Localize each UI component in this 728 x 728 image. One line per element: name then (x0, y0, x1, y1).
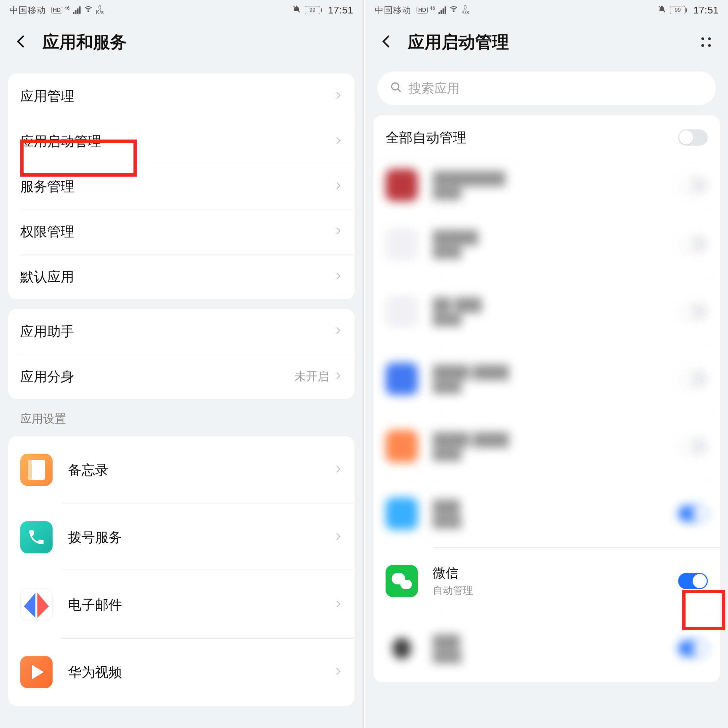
battery-icon: 99 (670, 6, 687, 14)
chevron-right-icon (334, 372, 343, 382)
app-icon (385, 169, 418, 201)
row-label: 权限管理 (20, 222, 74, 241)
row-app-management[interactable]: 应用管理 (8, 73, 355, 119)
app-icon (385, 362, 418, 395)
app-row-blurred[interactable]: ████████████ (373, 160, 720, 210)
app-row-blurred[interactable]: ████ ████████ (373, 413, 720, 480)
toggle-wechat[interactable] (678, 573, 708, 589)
row-label: 应用分身 (20, 367, 74, 386)
network-type: 46 (64, 5, 70, 11)
app-row-blurred[interactable]: ███████ (373, 480, 720, 548)
mute-icon (657, 5, 667, 16)
row-app-launch-management[interactable]: 应用启动管理 (8, 119, 355, 164)
network-type: 46 (430, 5, 435, 11)
toggle[interactable] (678, 371, 708, 387)
row-label: 华为视频 (68, 663, 122, 682)
app-sub: ████ (433, 382, 509, 393)
chevron-right-icon (334, 272, 343, 282)
chevron-right-icon (334, 465, 343, 475)
net-speed: 0 K/s (461, 5, 469, 15)
app-row-blurred[interactable]: ███████ (373, 615, 720, 682)
status-bar: 中国移动 HD 46 0 K/s 99 17:51 (0, 0, 362, 20)
back-button[interactable] (379, 34, 394, 50)
back-button[interactable] (14, 34, 29, 50)
mail-icon (20, 589, 53, 621)
wechat-icon (385, 565, 418, 597)
phone-left: 中国移动 HD 46 0 K/s 99 17:51 (0, 0, 362, 728)
clock: 17:51 (693, 5, 719, 16)
chevron-right-icon (334, 226, 343, 237)
search-placeholder: 搜索应用 (408, 80, 460, 97)
signal-icon (73, 6, 81, 14)
app-name: █████ (433, 230, 478, 245)
page-title: 应用和服务 (43, 31, 127, 54)
app-name: ███ (433, 635, 461, 649)
screen-divider (362, 0, 364, 728)
page-header: 应用和服务 (0, 20, 362, 64)
row-label: 备忘录 (68, 461, 109, 479)
app-row-wechat[interactable]: 微信 自动管理 (373, 548, 720, 615)
row-label: 拨号服务 (68, 528, 122, 547)
row-all-auto-manage: 全部自动管理 (373, 115, 720, 160)
app-row-blurred[interactable]: ██ ███████ (373, 278, 720, 345)
row-label: 应用管理 (20, 87, 74, 106)
app-settings-list: 备忘录 拨号服务 电子邮件 华为视频 (8, 436, 355, 706)
svg-point-2 (392, 83, 399, 90)
app-icon (385, 295, 418, 327)
row-app-assistant[interactable]: 应用助手 (8, 309, 355, 354)
app-row-email[interactable]: 电子邮件 (8, 571, 355, 638)
video-icon (20, 656, 53, 688)
app-row-huawei-video[interactable]: 华为视频 (8, 638, 355, 706)
mute-icon (292, 5, 301, 16)
settings-group-1: 应用管理 应用启动管理 服务管理 权限管理 默认应用 (8, 73, 355, 299)
toggle[interactable] (678, 236, 708, 252)
svg-point-1 (453, 11, 454, 11)
memo-icon (20, 454, 53, 486)
app-name: ██ ███ (433, 298, 482, 312)
app-sub: ████ (433, 314, 482, 326)
toggle[interactable] (678, 640, 708, 656)
row-app-twin[interactable]: 应用分身 未开启 (8, 354, 355, 399)
row-permission-management[interactable]: 权限管理 (8, 209, 355, 254)
signal-icon (439, 6, 446, 14)
clock: 17:51 (328, 5, 353, 16)
app-sub: ████ (433, 247, 478, 258)
toggle[interactable] (678, 303, 708, 320)
app-icon (385, 228, 418, 260)
section-header-app-settings: 应用设置 (8, 408, 355, 427)
app-sub: 自动管理 (433, 584, 473, 598)
app-icon (385, 430, 418, 462)
row-label: 服务管理 (20, 177, 74, 196)
app-sub: ████ (433, 188, 505, 199)
app-row-blurred[interactable]: ████ ████████ (373, 345, 720, 413)
toggle[interactable] (678, 506, 708, 522)
wifi-icon (84, 5, 93, 16)
app-sub: ████ (433, 449, 509, 460)
hd-badge: HD (51, 7, 62, 14)
page-title: 应用启动管理 (408, 31, 509, 54)
app-icon (385, 497, 418, 530)
page-header: 应用启动管理 (366, 20, 728, 64)
app-row-dialer[interactable]: 拨号服务 (8, 503, 355, 571)
toggle-all-auto[interactable] (678, 129, 708, 145)
carrier-label: 中国移动 (9, 5, 46, 16)
app-row-memo[interactable]: 备忘录 (8, 436, 355, 503)
search-input[interactable]: 搜索应用 (378, 72, 716, 105)
app-name: 微信 (433, 564, 473, 582)
hd-badge: HD (417, 7, 428, 14)
carrier-label: 中国移动 (375, 5, 411, 16)
toggle[interactable] (678, 438, 708, 454)
wifi-icon (449, 5, 458, 16)
app-sub: ████ (433, 651, 461, 662)
row-service-management[interactable]: 服务管理 (8, 164, 355, 209)
row-default-apps[interactable]: 默认应用 (8, 254, 355, 299)
row-label: 电子邮件 (68, 595, 122, 614)
more-button[interactable] (698, 34, 714, 50)
toggle[interactable] (678, 177, 708, 193)
app-name: ███ (433, 500, 461, 514)
battery-icon: 99 (305, 6, 322, 14)
phone-right: 中国移动 HD 46 0 K/s 99 17:51 (366, 0, 728, 728)
chevron-right-icon (334, 532, 343, 542)
chevron-right-icon (334, 667, 343, 677)
app-row-blurred[interactable]: █████████ (373, 210, 720, 278)
